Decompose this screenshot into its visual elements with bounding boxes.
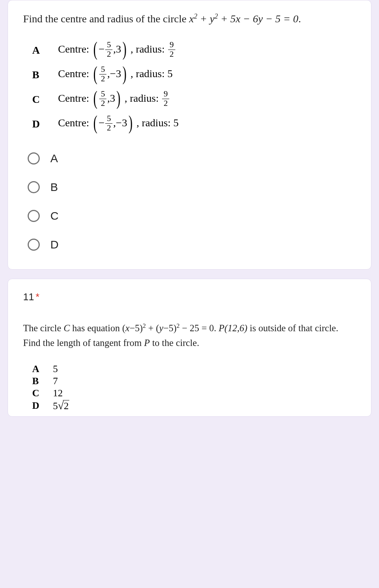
option-value: 7 [53,375,70,387]
radio-label: D [50,238,59,251]
option-def-c: C 12 [32,388,69,399]
option-key: C [32,88,58,111]
option-key: A [32,39,58,62]
option-value: 5√2 [53,400,70,412]
equation-text: x2 + y2 + 5x − 6y − 5 = 0 [189,13,298,25]
option-def-b: B Centre: (52,−3) , radius: 5 [32,63,179,86]
radio-label: C [50,209,59,222]
radio-label: A [50,152,58,165]
option-key: D [32,112,58,135]
radio-icon [28,181,40,193]
question-number: 11* [23,291,356,303]
option-def-d: D 5√2 [32,400,69,412]
option-definitions: A 5 B 7 C 12 D 5√2 [32,363,69,413]
radio-option-c[interactable]: C [28,209,356,222]
option-key: B [32,63,58,86]
question-prompt: Find the centre and radius of the circle… [23,12,356,25]
option-value: Centre: (52,−3) , radius: 5 [58,63,179,86]
option-definitions: A Centre: (−52,3) , radius: 92 B Centre:… [32,37,179,137]
option-def-b: B 7 [32,375,69,387]
radio-label: B [50,181,58,194]
option-value: 12 [53,388,70,399]
radio-icon [28,210,40,222]
question-prompt: The circle C has equation (x−5)2 + (y−5)… [23,321,356,351]
prompt-suffix: . [298,13,301,25]
option-value: Centre: (−52,3) , radius: 92 [58,39,179,62]
option-value: Centre: (52,3) , radius: 92 [58,88,179,111]
option-key: D [32,400,53,412]
radio-option-d[interactable]: D [28,238,356,251]
option-def-d: D Centre: (−52,−3) , radius: 5 [32,112,179,135]
option-def-c: C Centre: (52,3) , radius: 92 [32,88,179,111]
radio-option-b[interactable]: B [28,181,356,194]
option-key: C [32,388,53,399]
radio-icon [28,152,40,164]
question-card-10: Find the centre and radius of the circle… [8,0,371,270]
option-value: 5 [53,363,70,375]
question-card-11: 11* The circle C has equation (x−5)2 + (… [8,279,371,417]
option-def-a: A Centre: (−52,3) , radius: 92 [32,39,179,62]
option-value: Centre: (−52,−3) , radius: 5 [58,112,179,135]
radio-group: A B C D [28,152,356,251]
prompt-text: Find the centre and radius of the circle [23,13,189,25]
option-key: B [32,375,53,387]
required-asterisk: * [36,291,39,303]
option-def-a: A 5 [32,363,69,375]
radio-icon [28,239,40,251]
radio-option-a[interactable]: A [28,152,356,165]
option-key: A [32,363,53,375]
